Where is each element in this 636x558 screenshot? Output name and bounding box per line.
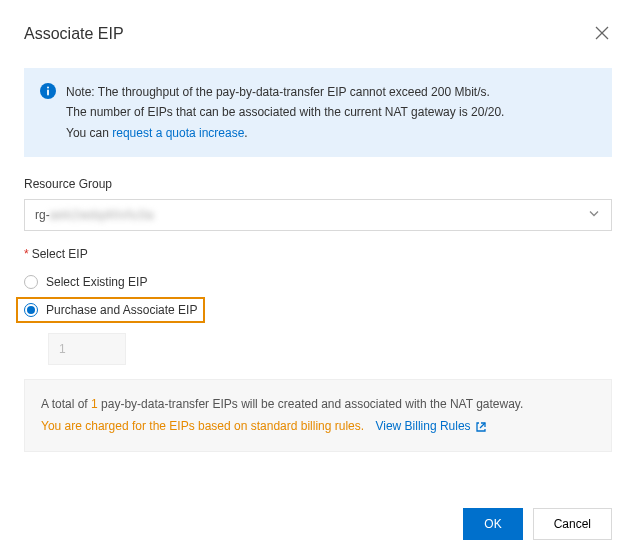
radio-purchase-highlight: Purchase and Associate EIP [16,297,205,323]
radio-purchase-associate[interactable]: Purchase and Associate EIP [24,303,197,317]
resource-group-label: Resource Group [24,177,612,191]
close-icon [595,26,609,43]
info-banner: Note: The throughput of the pay-by-data-… [24,68,612,157]
ok-button[interactable]: OK [463,508,522,540]
summary-mid: pay-by-data-transfer EIPs will be create… [98,397,524,411]
radio-icon-unselected [24,275,38,289]
resource-group-value: aek2wdq4llvfu3a [50,208,154,222]
resource-group-select[interactable]: rg-aek2wdq4llvfu3a [24,199,612,231]
view-billing-rules-link[interactable]: View Billing Rules [375,416,486,438]
dialog-title: Associate EIP [24,25,124,43]
banner-line1: Note: The throughput of the pay-by-data-… [66,85,490,99]
banner-line3-prefix: You can [66,126,112,140]
cancel-button[interactable]: Cancel [533,508,612,540]
banner-line2: The number of EIPs that can be associate… [66,105,504,119]
quantity-input[interactable] [48,333,126,365]
select-eip-field: *Select EIP Select Existing EIP Purchase… [24,247,612,452]
quota-increase-link[interactable]: request a quota increase [112,126,244,140]
associate-eip-dialog: Associate EIP Note: The throughput of th… [0,0,636,484]
svg-rect-4 [47,90,49,96]
quantity-wrap [48,333,612,365]
banner-line3-suffix: . [244,126,247,140]
chevron-down-icon [587,207,601,224]
radio-icon-selected [24,303,38,317]
svg-line-5 [480,423,485,428]
radio-existing-label: Select Existing EIP [46,275,147,289]
summary-count: 1 [91,397,98,411]
radio-select-existing[interactable]: Select Existing EIP [24,269,612,295]
radio-purchase-label: Purchase and Associate EIP [46,303,197,317]
external-link-icon [475,416,487,438]
summary-warning: You are charged for the EIPs based on st… [41,419,364,433]
required-marker: * [24,247,29,261]
select-eip-label: *Select EIP [24,247,612,261]
resource-group-field: Resource Group rg-aek2wdq4llvfu3a [24,177,612,231]
eip-radio-group: Select Existing EIP Purchase and Associa… [24,269,612,325]
resource-group-prefix: rg- [35,208,50,222]
info-text: Note: The throughput of the pay-by-data-… [66,82,504,143]
dialog-footer: OK Cancel [463,508,612,540]
dialog-header: Associate EIP [24,24,612,44]
info-icon [40,83,56,99]
summary-prefix: A total of [41,397,91,411]
svg-point-3 [47,87,49,89]
close-button[interactable] [592,24,612,44]
summary-box: A total of 1 pay-by-data-transfer EIPs w… [24,379,612,452]
